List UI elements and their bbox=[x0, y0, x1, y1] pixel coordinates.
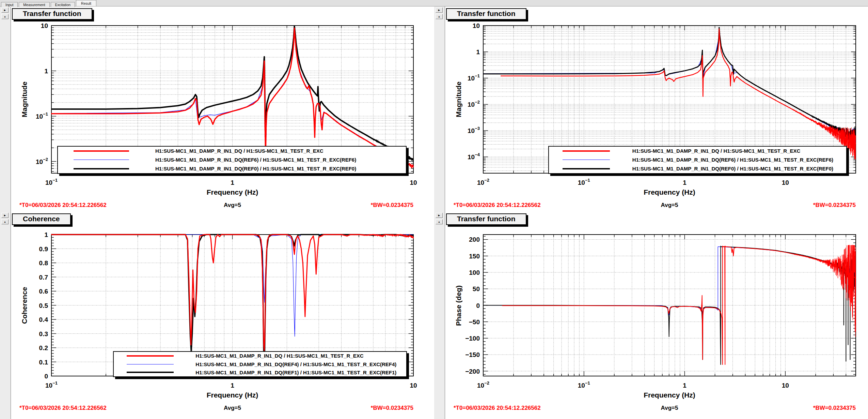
series-curves bbox=[483, 27, 856, 160]
axis-tick-label: 1 bbox=[44, 68, 48, 75]
tab-result[interactable]: Result bbox=[76, 0, 96, 6]
plot-canvas: Transfer function10−210−111010110−110−21… bbox=[445, 6, 868, 211]
panel-arrow-up-button[interactable]: ▲ bbox=[436, 219, 443, 224]
legend-entry: H1:SUS-MC1_M1_DAMP_R_IN1_DQ(REF6) / H1:S… bbox=[549, 155, 846, 164]
plot-svg: 10−210−111010110−110−210−310−4 bbox=[445, 6, 868, 211]
series-curves bbox=[483, 245, 856, 364]
axis-tick-label: 0.7 bbox=[39, 274, 48, 281]
plot-canvas: Transfer function10−111010110−110−2Magni… bbox=[11, 6, 435, 211]
panel-transfer-function-magnitude-right: ▶▲Transfer function10−210−111010110−110−… bbox=[434, 6, 868, 211]
panel-scroll-strip: ▶▲ bbox=[434, 6, 445, 211]
axis-tick-label: 0.9 bbox=[39, 245, 48, 253]
axis-tick-label: 10−2 bbox=[468, 100, 480, 108]
tab-excitation[interactable]: Excitation bbox=[51, 2, 75, 7]
panel-arrow-up-button[interactable]: ▲ bbox=[436, 14, 443, 19]
axis-tick-label: 10−1 bbox=[45, 178, 58, 186]
footer-avg: Avg=5 bbox=[635, 405, 704, 411]
panel-transfer-function-phase: ▶▲Transfer function10−210−11102001501005… bbox=[434, 211, 868, 419]
axis-tick-label: 10−1 bbox=[468, 73, 480, 82]
axis-tick-label: 10−2 bbox=[477, 380, 489, 389]
legend-line-sample bbox=[563, 150, 610, 152]
axis-tick-label: 10 bbox=[473, 22, 480, 29]
x-axis-title: Frequency (Hz) bbox=[618, 188, 721, 196]
legend-label: H1:SUS-MC1_M1_DAMP_R_IN1_DQ / H1:SUS-MC1… bbox=[155, 148, 323, 154]
panel-arrow-up-button[interactable]: ▲ bbox=[1, 219, 9, 224]
panel-scroll-strip: ▶▲ bbox=[434, 211, 445, 419]
axis-tick-label: 10 bbox=[782, 382, 789, 389]
legend-entry: H1:SUS-MC1_M1_DAMP_R_IN1_DQ(REF1) / H1:S… bbox=[114, 368, 406, 376]
x-axis-title: Frequency (Hz) bbox=[182, 391, 284, 399]
axis-tick-label: 0.8 bbox=[39, 259, 48, 267]
legend-box: H1:SUS-MC1_M1_DAMP_R_IN1_DQ / H1:SUS-MC1… bbox=[57, 146, 407, 174]
footer-t0: *T0=06/03/2026 20:54:12.226562 bbox=[19, 405, 107, 411]
curve-REF1-black bbox=[51, 235, 413, 368]
axis-tick-label: 150 bbox=[469, 253, 480, 260]
legend-label: H1:SUS-MC1_M1_DAMP_R_IN1_DQ(REF0) / H1:S… bbox=[155, 166, 356, 171]
axis-tick-labels: 10−210−1110200150100500−50−100−150−200 bbox=[465, 236, 789, 389]
axis-tick-label: 10−4 bbox=[468, 152, 480, 161]
x-axis-title: Frequency (Hz) bbox=[182, 188, 284, 196]
y-axis-title: Phase (deg) bbox=[455, 237, 463, 374]
legend-entry: H1:SUS-MC1_M1_DAMP_R_IN1_DQ / H1:SUS-MC1… bbox=[114, 352, 406, 360]
tab-input[interactable]: Input bbox=[1, 2, 18, 7]
footer-avg: Avg=5 bbox=[199, 202, 267, 209]
axis-tick-label: 10−3 bbox=[468, 126, 480, 134]
legend-label: H1:SUS-MC1_M1_DAMP_R_IN1_DQ(REF0) / H1:S… bbox=[632, 166, 833, 171]
axis-tick-label: 50 bbox=[473, 285, 480, 293]
panel-scroll-strip: ▶▲ bbox=[0, 211, 11, 419]
axis-tick-label: 0.3 bbox=[39, 330, 48, 338]
legend-line-sample bbox=[127, 355, 173, 357]
panel-arrow-right-button[interactable]: ▶ bbox=[1, 8, 9, 13]
axis-tick-label: 100 bbox=[469, 269, 480, 276]
panel-arrow-right-button[interactable]: ▶ bbox=[436, 213, 443, 218]
axis-tick-label: 0.4 bbox=[39, 316, 48, 323]
axis-tick-label: 10 bbox=[410, 382, 417, 389]
curve-live-red bbox=[51, 235, 413, 350]
legend-entry: H1:SUS-MC1_M1_DAMP_R_IN1_DQ / H1:SUS-MC1… bbox=[549, 147, 846, 155]
panel-arrow-right-button[interactable]: ▶ bbox=[436, 8, 443, 13]
panel-arrow-up-button[interactable]: ▲ bbox=[1, 14, 9, 19]
curve-noise-live-red bbox=[793, 245, 856, 337]
panel-coherence: ▶▲Coherence10−111010.90.80.70.60.50.40.3… bbox=[0, 211, 434, 419]
axis-tick-label: −100 bbox=[465, 335, 480, 342]
panel-transfer-function-magnitude-left: ▶▲Transfer function10−111010110−110−2Mag… bbox=[0, 6, 434, 211]
legend-box: H1:SUS-MC1_M1_DAMP_R_IN1_DQ / H1:SUS-MC1… bbox=[548, 146, 847, 174]
axis-tick-label: 10−2 bbox=[477, 178, 489, 186]
axis-tick-label: 0 bbox=[476, 302, 480, 309]
axis-tick-label: 1 bbox=[683, 382, 686, 389]
axis-tick-label: 1 bbox=[231, 179, 234, 186]
axis-tick-label: 0.6 bbox=[39, 288, 48, 295]
legend-line-sample bbox=[74, 160, 129, 160]
legend-label: H1:SUS-MC1_M1_DAMP_R_IN1_DQ(REF6) / H1:S… bbox=[155, 157, 356, 163]
legend-entry: H1:SUS-MC1_M1_DAMP_R_IN1_DQ(REF6) / H1:S… bbox=[58, 155, 406, 164]
axis-tick-label: 1 bbox=[476, 48, 480, 56]
axis-tick-label: 10 bbox=[782, 179, 789, 186]
footer-t0: *T0=06/03/2026 20:54:12.226562 bbox=[454, 405, 541, 411]
legend-label: H1:SUS-MC1_M1_DAMP_R_IN1_DQ / H1:SUS-MC1… bbox=[195, 353, 363, 359]
tab-measurement[interactable]: Measurement bbox=[19, 2, 49, 7]
y-axis-title: Magnitude bbox=[455, 31, 463, 168]
axis-tick-label: 10 bbox=[410, 179, 417, 186]
axis-tick-label: 0 bbox=[44, 373, 48, 380]
axis-tick-label: 200 bbox=[469, 236, 480, 243]
curve-REF0-black bbox=[51, 26, 413, 160]
footer-bw: *BW=0.0234375 bbox=[311, 405, 413, 411]
panel-scroll-strip: ▶▲ bbox=[0, 6, 11, 211]
panel-arrow-right-button[interactable]: ▶ bbox=[1, 213, 9, 218]
plot-canvas: Transfer function10−210−1110200150100500… bbox=[445, 211, 868, 419]
y-axis-title: Coherence bbox=[20, 237, 29, 374]
plot-canvas: Coherence10−111010.90.80.70.60.50.40.30.… bbox=[11, 211, 435, 419]
footer-t0: *T0=06/03/2026 20:54:12.226562 bbox=[454, 202, 541, 209]
plot-svg: 10−111010110−110−2 bbox=[11, 6, 435, 211]
axis-tick-label: 10−1 bbox=[578, 178, 590, 186]
plot-svg: 10−210−1110200150100500−50−100−150−200 bbox=[445, 211, 868, 419]
axis-tick-label: 0.2 bbox=[39, 344, 48, 351]
legend-entry: H1:SUS-MC1_M1_DAMP_R_IN1_DQ(REF0) / H1:S… bbox=[549, 164, 846, 173]
y-axis-title: Magnitude bbox=[20, 31, 29, 168]
x-axis-title: Frequency (Hz) bbox=[618, 391, 721, 399]
legend-label: H1:SUS-MC1_M1_DAMP_R_IN1_DQ(REF6) / H1:S… bbox=[632, 157, 833, 163]
curve-REF6-blue bbox=[483, 247, 856, 320]
legend-entry: H1:SUS-MC1_M1_DAMP_R_IN1_DQ / H1:SUS-MC1… bbox=[58, 147, 406, 155]
footer-t0: *T0=06/03/2026 20:54:12.226562 bbox=[19, 202, 107, 209]
axis-tick-label: 10−1 bbox=[45, 380, 58, 389]
